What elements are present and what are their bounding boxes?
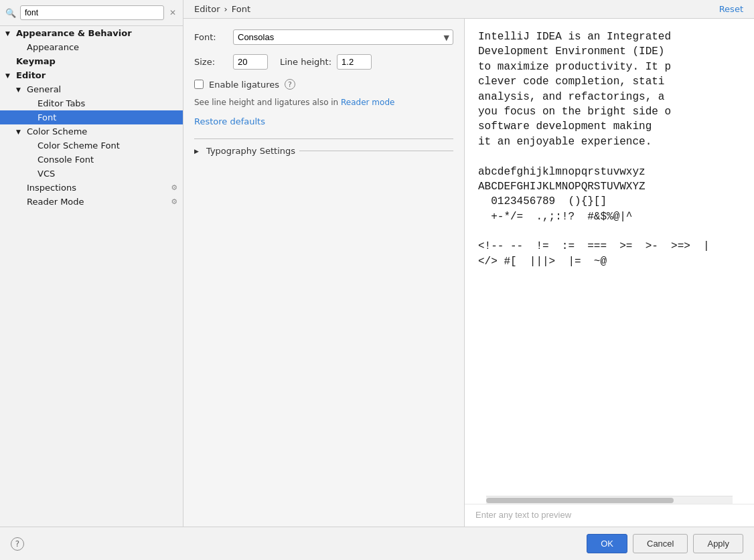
sidebar-item-reader-mode[interactable]: Reader Mode ⚙	[0, 195, 183, 209]
sidebar-item-editor[interactable]: ▼ Editor	[0, 68, 183, 82]
search-clear-button[interactable]: ✕	[168, 8, 177, 17]
cancel-button[interactable]: Cancel	[633, 534, 688, 553]
preview-panel: IntelliJ IDEA is an Integrated Developme…	[465, 19, 754, 527]
preview-line2: Development Environment (IDE)	[478, 45, 664, 58]
sidebar-item-label: VCS	[37, 169, 55, 179]
preview-line1: IntelliJ IDEA is an Integrated	[478, 31, 671, 43]
ok-button[interactable]: OK	[587, 534, 627, 553]
size-input[interactable]	[233, 54, 268, 70]
help-bottom-icon[interactable]: ?	[11, 537, 24, 551]
expand-icon: ▶	[194, 148, 202, 155]
search-bar: 🔍 ✕	[0, 0, 183, 26]
sidebar-item-inspections[interactable]: Inspections ⚙	[0, 181, 183, 195]
breadcrumb-current: Font	[232, 4, 250, 14]
preview-line15: <!-- -- != := === >= >- >=> |	[478, 240, 710, 252]
sidebar-item-label: Keymap	[16, 56, 56, 66]
font-row: Font: Consolas JetBrains Mono Fira Code …	[194, 29, 453, 45]
font-select[interactable]: Consolas JetBrains Mono Fira Code Source…	[233, 29, 453, 45]
preview-text: IntelliJ IDEA is an Integrated Developme…	[465, 19, 754, 496]
sidebar-item-editor-tabs[interactable]: Editor Tabs	[0, 96, 183, 110]
apply-button[interactable]: Apply	[693, 534, 743, 553]
expand-icon: ▼	[16, 86, 24, 93]
typography-divider	[299, 151, 453, 151]
search-icon: 🔍	[5, 8, 16, 18]
reader-mode-row: Reader Mode ⚙	[16, 197, 177, 207]
preview-line5: analysis, and refactorings, a	[478, 91, 664, 103]
ligatures-checkbox[interactable]	[194, 80, 204, 89]
expand-icon: ▼	[16, 128, 24, 135]
sidebar: 🔍 ✕ ▼ Appearance & Behavior Appearance K…	[0, 0, 183, 527]
sidebar-item-label: Appearance	[27, 42, 79, 52]
line-height-input[interactable]	[337, 54, 372, 70]
preview-line6: you focus on the bright side o	[478, 106, 671, 118]
preview-line3: to maximize productivity. It p	[478, 61, 671, 73]
preview-line11: ABCDEFGHIJKLMNOPQRSTUVWXYZ	[478, 181, 646, 193]
settings-icon: ⚙	[171, 183, 177, 192]
size-label: Size:	[194, 57, 228, 67]
sidebar-item-label: Color Scheme Font	[37, 141, 120, 151]
sidebar-item-label: Reader Mode	[27, 197, 84, 207]
bottom-bar: ? OK Cancel Apply	[0, 527, 754, 560]
font-select-wrapper: Consolas JetBrains Mono Fira Code Source…	[233, 29, 453, 45]
restore-defaults-link[interactable]: Restore defaults	[194, 116, 265, 126]
breadcrumb-separator: ›	[224, 4, 227, 14]
sidebar-item-console-font[interactable]: Console Font	[0, 153, 183, 167]
sidebar-item-label: Font	[37, 112, 56, 122]
preview-scrollbar[interactable]	[486, 496, 733, 504]
preview-line16: </> #[ |||> |= ~@	[478, 256, 607, 268]
preview-input-area: Enter any text to preview	[465, 504, 754, 527]
settings-icon: ⚙	[171, 197, 177, 206]
reset-link[interactable]: Reset	[719, 4, 743, 14]
preview-line13: +-*/= .,;:!? #&$%@|^	[478, 211, 632, 223]
settings-panel: Font: Consolas JetBrains Mono Fira Code …	[183, 19, 465, 527]
sidebar-item-label: Inspections	[27, 183, 76, 193]
ligatures-label: Enable ligatures	[209, 80, 279, 90]
reader-mode-link[interactable]: Reader mode	[341, 98, 394, 107]
scrollbar-area	[465, 496, 754, 504]
main-panel: Editor › Font Reset Font: Consolas	[183, 0, 754, 527]
preview-placeholder: Enter any text to preview	[475, 510, 571, 520]
font-label: Font:	[194, 32, 228, 42]
sidebar-item-color-scheme-font[interactable]: Color Scheme Font	[0, 138, 183, 153]
preview-line12: 0123456789 (){}[]	[478, 195, 607, 207]
sidebar-item-keymap[interactable]: Keymap	[0, 54, 183, 68]
preview-line10: abcdefghijklmnopqrstuvwxyz	[478, 166, 646, 178]
reader-mode-note: See line height and ligatures also in Re…	[194, 98, 453, 107]
inspections-row: Inspections ⚙	[16, 183, 177, 193]
typography-section: ▶ Typography Settings	[194, 138, 453, 156]
preview-line8: it an enjoyable experience.	[478, 136, 652, 148]
sidebar-item-label: General	[27, 84, 61, 94]
expand-icon: ▼	[5, 30, 13, 37]
breadcrumb-bar: Editor › Font Reset	[183, 0, 754, 19]
sidebar-item-vcs[interactable]: VCS	[0, 167, 183, 181]
sidebar-item-label: Appearance & Behavior	[16, 28, 132, 38]
sidebar-item-label: Editor	[16, 70, 46, 80]
typography-title: Typography Settings	[206, 146, 295, 156]
sidebar-item-appearance-behavior[interactable]: ▼ Appearance & Behavior	[0, 26, 183, 40]
settings-dialog: 🔍 ✕ ▼ Appearance & Behavior Appearance K…	[0, 0, 754, 560]
help-icon[interactable]: ?	[285, 79, 295, 90]
sidebar-item-general[interactable]: ▼ General	[0, 82, 183, 96]
sidebar-item-label: Color Scheme	[27, 126, 87, 136]
preview-line7: software development making	[478, 120, 652, 132]
size-row: Size: Line height:	[194, 54, 453, 70]
search-input[interactable]	[20, 5, 164, 20]
content-area: Font: Consolas JetBrains Mono Fira Code …	[183, 19, 754, 527]
expand-icon: ▼	[5, 72, 13, 79]
scrollbar-thumb	[486, 498, 674, 503]
typography-header[interactable]: ▶ Typography Settings	[194, 146, 453, 156]
breadcrumb: Editor › Font	[194, 4, 250, 14]
sidebar-item-color-scheme[interactable]: ▼ Color Scheme	[0, 124, 183, 138]
line-height-label: Line height:	[280, 57, 331, 67]
sidebar-item-appearance[interactable]: Appearance	[0, 40, 183, 54]
dialog-body: 🔍 ✕ ▼ Appearance & Behavior Appearance K…	[0, 0, 754, 527]
ligatures-row: Enable ligatures ?	[194, 79, 453, 90]
preview-line4: clever code completion, stati	[478, 76, 664, 88]
breadcrumb-parent: Editor	[194, 4, 220, 14]
sidebar-item-label: Editor Tabs	[37, 98, 85, 108]
sidebar-item-font[interactable]: Font	[0, 110, 183, 124]
sidebar-item-label: Console Font	[37, 155, 94, 165]
